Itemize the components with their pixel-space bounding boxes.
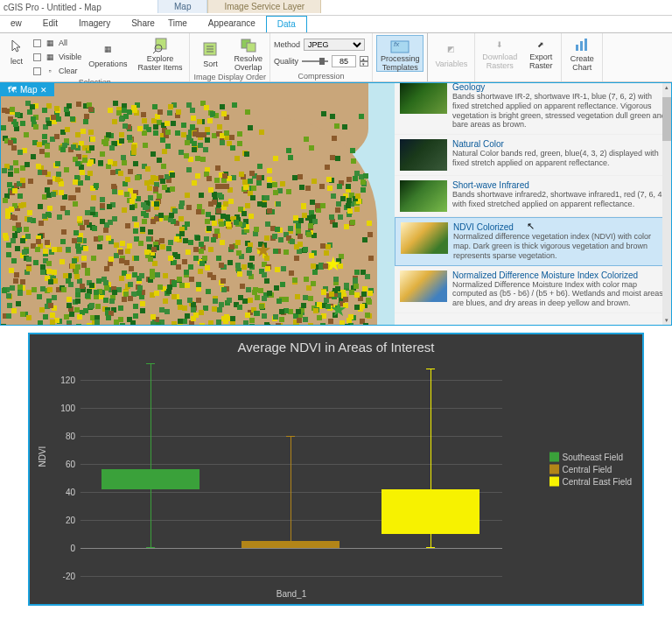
map-view-tab[interactable]: 🗺 Map ✕ <box>1 83 54 96</box>
quality-label: Quality <box>274 57 298 66</box>
title-bar: cGIS Pro - Untitled - Map Map Image Serv… <box>0 0 672 16</box>
template-item[interactable]: NDVI Colorized Normalized difference veg… <box>395 217 671 265</box>
fx-icon: fx <box>390 36 410 53</box>
ribbon-group-compression: Method JPEG Quality ▴▾ Compression <box>270 33 373 81</box>
legend-swatch <box>550 465 559 474</box>
y-axis-label: NDVI <box>38 446 47 467</box>
quality-input[interactable] <box>332 55 356 67</box>
ribbon: lect ▦All ▦Visible ▫Clear ▦ Operations E… <box>0 33 672 82</box>
chart-icon <box>572 36 592 53</box>
processing-templates-button[interactable]: fx Processing Templates <box>376 35 424 72</box>
select-all-checkbox[interactable]: ▦All <box>33 37 81 49</box>
template-description: Normalized difference vegetation index (… <box>453 232 665 260</box>
template-title: Natural Color <box>452 139 666 149</box>
template-item[interactable]: Natural Color Natural Color bands red, g… <box>395 135 671 176</box>
select-clear-checkbox[interactable]: ▫Clear <box>33 65 81 77</box>
map-icon: 🗺 <box>8 85 17 95</box>
tab-imagery[interactable]: Imagery <box>68 16 121 32</box>
svg-rect-0 <box>156 39 166 49</box>
chart-legend: Southeast FieldCentral FieldCentral East… <box>550 450 632 489</box>
clear-icon: ▫ <box>44 65 56 77</box>
map-view[interactable]: 🗺 Map ✕ ★ ★ ★ Geology Bands shortwave IR… <box>0 82 672 326</box>
explore-raster-items-button[interactable]: Explore Raster Items <box>134 35 186 72</box>
context-tab-group: Map Image Service Layer <box>158 0 321 13</box>
cursor-icon: ↖ <box>527 221 535 232</box>
ribbon-group-processing: fx Processing Templates <box>373 33 429 81</box>
resolve-overlap-button[interactable]: Resolve Overlap <box>230 35 266 72</box>
context-tab-image-service-layer[interactable]: Image Service Layer <box>207 0 321 13</box>
export-raster-button[interactable]: ⬈ Export Raster <box>524 35 557 72</box>
svg-rect-5 <box>247 43 256 52</box>
y-tick-label: 120 <box>60 376 80 385</box>
svg-line-2 <box>153 51 156 53</box>
legend-item: Central East Field <box>550 477 632 487</box>
template-title: Geology <box>452 83 666 92</box>
template-title: NDVI Colorized <box>453 222 665 232</box>
select-visible-checkbox[interactable]: ▦Visible <box>33 51 81 63</box>
ribbon-group-chart: Create Chart <box>562 33 603 81</box>
ribbon-group-variables: ◩ Variables <box>428 33 475 81</box>
template-title: Short-wave Infrared <box>452 180 666 190</box>
template-item[interactable]: Geology Bands shortwave IR-2, shortwave … <box>395 83 671 135</box>
svg-rect-8 <box>576 45 578 51</box>
app-title: cGIS Pro - Untitled - Map <box>4 3 102 12</box>
template-thumbnail <box>400 83 447 114</box>
y-tick-label: 80 <box>66 432 80 441</box>
context-tab-map[interactable]: Map <box>158 0 207 13</box>
tab-edit[interactable]: Edit <box>32 16 68 32</box>
close-icon[interactable]: ✕ <box>40 86 47 95</box>
tab-appearance[interactable]: Appearance <box>198 16 266 32</box>
tab-time[interactable]: Time <box>158 16 198 32</box>
scroll-up-icon[interactable]: ▴ <box>662 83 671 92</box>
spinner-down-icon[interactable]: ▾ <box>360 61 368 67</box>
method-select[interactable]: JPEG <box>304 39 365 51</box>
chart-whisker <box>430 369 431 548</box>
template-description: Normalized Difference Moisture Index wit… <box>452 280 666 308</box>
x-axis-label: Band_1 <box>80 589 502 599</box>
template-title: Normalized Difference Moisture Index Col… <box>452 270 666 280</box>
tab-data[interactable]: Data <box>266 16 307 32</box>
resolve-overlap-icon <box>239 36 258 53</box>
marker-central: ★ <box>255 239 272 262</box>
template-thumbnail <box>400 270 447 302</box>
select-button[interactable]: lect <box>4 35 30 67</box>
sort-button[interactable]: Sort <box>193 35 227 72</box>
explore-raster-icon <box>150 36 170 53</box>
svg-rect-9 <box>580 41 583 51</box>
create-chart-button[interactable]: Create Chart <box>565 35 598 72</box>
legend-label: Southeast Field <box>563 453 624 462</box>
cursor-icon <box>7 37 26 56</box>
template-item[interactable]: Normalized Difference Moisture Index Col… <box>395 266 671 313</box>
operations-button[interactable]: ▦ Operations <box>85 35 130 72</box>
ribbon-group-selection: lect ▦All ▦Visible ▫Clear ▦ Operations E… <box>0 33 190 81</box>
quality-slider[interactable] <box>302 60 328 62</box>
legend-label: Central Field <box>563 465 612 474</box>
legend-item: Southeast Field <box>550 453 632 462</box>
variables-icon: ◩ <box>442 39 461 59</box>
scroll-down-icon[interactable]: ▾ <box>662 316 671 325</box>
template-description: Bands shortwave IR-2, shortwave IR-1, bl… <box>452 92 666 130</box>
y-tick-label: -20 <box>63 572 80 581</box>
template-item[interactable]: Short-wave Infrared Bands shortwave infr… <box>395 176 671 217</box>
panel-scrollbar[interactable]: ▴ ▾ <box>662 83 671 325</box>
marker-central-east: ★ <box>325 253 342 276</box>
grid-line <box>80 464 502 465</box>
ribbon-group-display-order: Sort Resolve Overlap Image Display Order <box>190 33 270 81</box>
ribbon-group-export: ⬇ Download Rasters ⬈ Export Raster <box>475 33 562 81</box>
visible-icon: ▦ <box>44 51 56 63</box>
scroll-thumb[interactable] <box>662 97 671 141</box>
grid-line <box>80 408 502 409</box>
grid-line <box>80 576 502 577</box>
template-description: Natural Color bands red, green, blue(4, … <box>452 149 666 168</box>
operations-icon: ▦ <box>98 39 117 59</box>
template-description: Bands shortwave infrared2, shortwave inf… <box>452 190 666 209</box>
tab-view[interactable]: ew <box>0 16 32 32</box>
svg-rect-10 <box>584 39 587 51</box>
legend-item: Central Field <box>550 465 632 474</box>
method-label: Method <box>274 40 300 49</box>
export-icon: ⬈ <box>531 37 550 52</box>
y-tick-label: 60 <box>66 460 80 469</box>
quality-spinner[interactable]: ▴▾ <box>360 56 368 67</box>
template-thumbnail <box>400 180 447 212</box>
chart-whisker <box>290 436 291 548</box>
